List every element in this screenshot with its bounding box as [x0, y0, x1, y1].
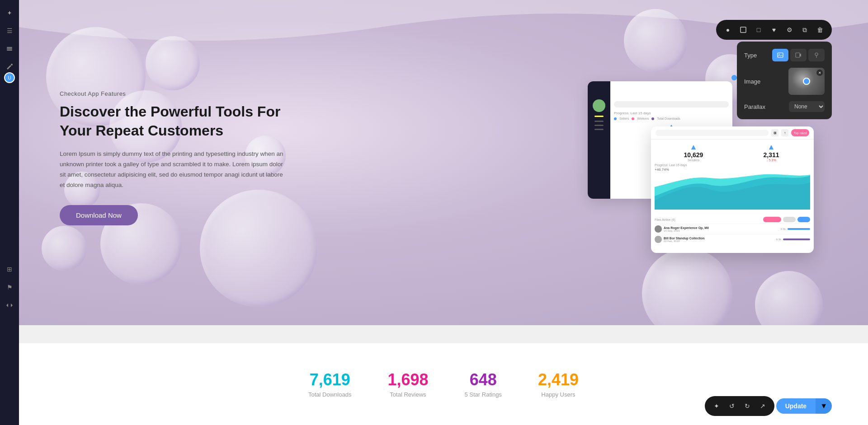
mockup-nav-item-1 — [594, 116, 604, 117]
type-pin-btn[interactable] — [808, 49, 825, 61]
bubble-6 — [42, 226, 87, 271]
hero-subtitle: Checkout App Features — [60, 90, 286, 97]
wand-btn[interactable]: ✦ — [709, 399, 724, 413]
mockup-table-header: Files Active (6) — [655, 217, 810, 222]
sidebar-user-icon[interactable]: U — [0, 70, 19, 85]
svg-rect-0 — [7, 47, 12, 48]
mockup-front-stats: 10,629 Senders 2,311 ↓ 5.3% — [651, 140, 814, 162]
mockup-search-bar — [614, 101, 729, 107]
counter-downloads-label: Total Downloads — [308, 391, 351, 398]
bottom-toolbar: ✦ ↺ ↻ ↗ Update ▼ — [705, 396, 832, 416]
counter-ratings-number: 648 — [465, 370, 502, 389]
sidebar-code-icon[interactable] — [2, 298, 17, 313]
mockup-row-2: Bill Bor Standup Collection 22 Feb, 2019… — [655, 234, 810, 244]
counter-downloads-number: 7,619 — [308, 370, 351, 389]
svg-rect-7 — [796, 53, 800, 57]
toolbar-circle-btn[interactable]: ● — [721, 23, 735, 37]
counter-ratings-label: 5 Star Ratings — [465, 391, 502, 398]
counter-reviews: 1,698 Total Reviews — [387, 370, 428, 398]
toolbar-copy-btn[interactable]: ⧉ — [797, 23, 812, 37]
svg-point-8 — [815, 53, 818, 56]
mockup-avatar — [593, 99, 605, 112]
image-thumb-close[interactable]: ✕ — [816, 70, 823, 76]
redo-btn[interactable]: ↻ — [740, 399, 755, 413]
mockup-chart-legend: Sellers Workers Total Downloads — [614, 117, 729, 120]
mockup-nav-item-4 — [594, 129, 604, 130]
mockup-nav-item-2 — [594, 121, 604, 122]
type-panel-label: Type — [744, 52, 757, 59]
counter-ratings: 648 5 Star Ratings — [465, 370, 502, 398]
mockup-front-stat-1: 10,629 Senders — [655, 143, 732, 162]
image-thumbnail[interactable]: ✕ — [788, 68, 825, 95]
mockup-chart-label: Progress: Last 15 days — [614, 111, 729, 115]
counter-reviews-number: 1,698 — [387, 370, 428, 389]
parallax-select[interactable]: None Slow Medium Fast — [789, 101, 825, 112]
update-caret-btn[interactable]: ▼ — [816, 398, 832, 414]
parallax-row: Parallax None Slow Medium Fast — [744, 101, 825, 112]
external-btn[interactable]: ↗ — [755, 399, 770, 413]
mockup-nav-item-3 — [594, 125, 604, 126]
mockup-front-header: ⊞ ↑ Top rated — [651, 126, 814, 140]
toolbar-crop-btn[interactable] — [736, 23, 750, 37]
counter-reviews-label: Total Reviews — [387, 391, 428, 398]
hero-content: Checkout App Features Discover the Power… — [60, 90, 286, 225]
mockup-front-search — [656, 130, 769, 136]
toolbar-square-btn[interactable]: □ — [751, 23, 766, 37]
image-preview-row: Image ✕ — [744, 68, 825, 95]
panel-connector-dot — [731, 75, 737, 80]
image-label: Image — [744, 78, 760, 85]
undo-btn[interactable]: ↺ — [725, 399, 739, 413]
svg-point-6 — [779, 54, 780, 55]
top-toolbar: ● □ ♥ ⚙ ⧉ 🗑 — [716, 20, 832, 40]
sidebar-plus-icon[interactable]: + — [2, 5, 17, 20]
counter-users-number: 2,419 — [538, 370, 579, 389]
hero-title: Discover the Powerful Tools For Your Rep… — [60, 103, 286, 140]
svg-rect-4 — [741, 27, 746, 33]
toolbar-heart-btn[interactable]: ♥ — [767, 23, 781, 37]
update-btn-group: Update ▼ — [776, 398, 832, 414]
counter-users: 2,419 Happy Users — [538, 370, 579, 398]
mockup-front-card: ⊞ ↑ Top rated 10,629 Senders 2,311 ↓ 5.3… — [651, 126, 814, 253]
sidebar-grid-icon[interactable]: ⊞ — [2, 262, 17, 276]
image-thumb-dot — [803, 78, 810, 85]
hero-body: Lorem Ipsum is simply dummy text of the … — [60, 149, 286, 191]
mockup-front-badge: Top rated — [791, 129, 809, 136]
bottom-bar-tools: ✦ ↺ ↻ ↗ — [705, 396, 774, 416]
type-panel: Type Image ✕ Parallax None Slow Medium — [737, 42, 832, 119]
type-image-btn[interactable] — [772, 49, 788, 61]
svg-rect-1 — [7, 48, 12, 49]
mockup-table: Files Active (6) Ana Roger Experience Op… — [651, 216, 814, 245]
mockup-front-chart: Progress: Last 15 days +46.74% — [651, 162, 814, 216]
left-sidebar: + ☰ ⊞ ⚑ — [0, 0, 19, 425]
download-now-button[interactable]: Download Now — [60, 205, 138, 225]
mockup-front-stat-2: 2,311 ↓ 5.3% — [732, 143, 810, 162]
type-panel-header: Type — [744, 49, 825, 61]
sidebar-menu-icon[interactable]: ☰ — [2, 23, 17, 38]
toolbar-trash-btn[interactable]: 🗑 — [813, 23, 827, 37]
svg-point-3 — [11, 64, 13, 65]
counter-users-label: Happy Users — [538, 391, 579, 398]
mockup-front-icon-1: ⊞ — [771, 129, 778, 136]
mockup-row-1: Ana Roger Experience Op, Mil 14 Sep, 201… — [655, 224, 810, 234]
svg-rect-2 — [7, 50, 12, 51]
type-video-btn[interactable] — [790, 49, 807, 61]
counter-downloads: 7,619 Total Downloads — [308, 370, 351, 398]
chart-svg — [655, 173, 810, 210]
sidebar-flag-icon[interactable]: ⚑ — [2, 280, 17, 294]
update-button[interactable]: Update — [776, 398, 816, 414]
mockup-front-icon-2: ↑ — [781, 129, 788, 136]
mockup-inner-sidebar — [588, 81, 610, 199]
toolbar-gear-btn[interactable]: ⚙ — [782, 23, 797, 37]
parallax-label: Parallax — [744, 103, 765, 110]
sidebar-layers-icon[interactable] — [2, 42, 17, 56]
svg-rect-5 — [778, 53, 783, 57]
type-options — [772, 49, 825, 61]
